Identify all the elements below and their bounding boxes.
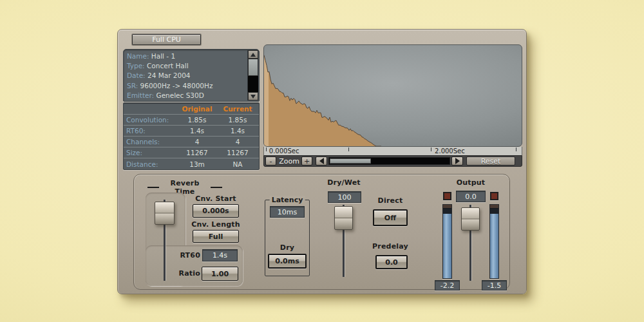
info-field-value: Hall - 1 — [149, 52, 176, 60]
row-label: Distance: — [124, 160, 176, 168]
meter-level-fill — [490, 214, 498, 278]
info-field-label: Date: — [127, 71, 146, 79]
output-fader-handle[interactable] — [461, 207, 480, 231]
predelay-value[interactable]: 0.0 — [375, 255, 408, 269]
original-value: 11267 — [176, 149, 218, 156]
info-field-label: SR: — [127, 82, 138, 90]
time-tick — [266, 147, 267, 151]
waveform-scrollbar-track[interactable] — [328, 157, 450, 165]
time-tick — [348, 147, 349, 151]
original-value: 13m — [176, 160, 218, 168]
time-tick — [516, 147, 516, 151]
info-field: Name: Hall - 1 — [127, 52, 246, 61]
info-field: Date: 24 Mar 2004 — [127, 71, 246, 80]
meter-readout-right[interactable]: -1.5 — [482, 280, 507, 290]
reset-button[interactable]: Reset — [466, 156, 515, 166]
dry-wet-value-display[interactable]: 100 — [328, 191, 361, 203]
zoom-label: Zoom — [278, 156, 301, 166]
waveform-section: 0.000Sec2.000Sec - Zoom + Reset — [263, 44, 522, 167]
info-field-label: Emitter: — [127, 91, 154, 99]
dry-label: Dry — [265, 243, 310, 252]
table-row: Size:1126711267 — [124, 147, 259, 158]
ratio-value[interactable]: 1.00 — [202, 267, 238, 281]
waveform-scrollbar-thumb[interactable] — [330, 158, 371, 164]
cnv-start-label: Cnv. Start — [190, 194, 242, 203]
table-row: Channels:44 — [124, 136, 259, 147]
direct-label: Direct — [373, 196, 408, 205]
meter-readout-left[interactable]: -2.2 — [435, 280, 460, 290]
title-dash-left — [147, 187, 159, 188]
zoom-bar: - Zoom + Reset — [263, 155, 522, 167]
cnv-start-value[interactable]: 0.000s — [193, 204, 239, 218]
column-header: Original — [176, 105, 218, 113]
scroll-up-button[interactable] — [248, 50, 258, 59]
predelay-label: Predelay — [370, 242, 410, 251]
ratio-label: Ratio — [176, 269, 200, 278]
info-field-value: 96000Hz -> 48000Hz — [138, 82, 213, 90]
info-field-label: Name: — [127, 52, 149, 60]
dry-wet-label: Dry/Wet — [323, 178, 365, 187]
zoom-in-button[interactable]: + — [301, 156, 312, 166]
original-value: 4 — [176, 138, 218, 146]
info-scrollbar[interactable] — [247, 50, 258, 100]
info-field-value: Concert Hall — [145, 62, 189, 70]
row-label: Channels: — [124, 138, 176, 146]
original-value: 1.85s — [176, 116, 218, 124]
info-field-value: 24 Mar 2004 — [146, 71, 191, 79]
time-ruler: 0.000Sec2.000Sec — [263, 147, 522, 155]
arrow-down-icon — [251, 95, 256, 99]
info-field-value: Genelec S30D — [154, 91, 204, 99]
scroll-left-button[interactable] — [316, 156, 327, 166]
plugin-window: Full CPU Name: Hall - 1Type: Concert Hal… — [117, 29, 527, 294]
reverb-time-fader-handle[interactable] — [155, 202, 175, 225]
scroll-right-button[interactable] — [451, 156, 463, 166]
direct-toggle-button[interactable]: Off — [373, 209, 408, 226]
meter-headroom-segment — [490, 209, 498, 213]
latency-label: Latency — [270, 196, 305, 204]
clip-indicator-right[interactable] — [490, 192, 498, 200]
info-scrollbar-track[interactable] — [248, 59, 258, 92]
time-label: 0.000Sec — [269, 147, 299, 155]
latency-value-display[interactable]: 10ms — [270, 206, 305, 218]
arrow-up-icon — [251, 53, 256, 57]
cnv-length-value[interactable]: Full — [193, 230, 239, 243]
zoom-out-button[interactable]: - — [265, 156, 276, 166]
decay-envelope — [264, 45, 522, 146]
time-tick — [431, 147, 431, 151]
info-field: Emitter: Genelec S30D — [127, 91, 246, 100]
table-header-row: OriginalCurrent — [124, 103, 259, 114]
info-field-label: Type: — [127, 62, 145, 70]
table-row: Distance:13mNA — [124, 158, 259, 169]
clip-indicator-left[interactable] — [443, 192, 451, 200]
output-meter-left — [442, 204, 452, 279]
impulse-response-display — [263, 44, 522, 147]
current-value: 1.85s — [218, 116, 258, 124]
scroll-down-button[interactable] — [248, 92, 258, 100]
rt60-label: RT60 — [177, 251, 200, 260]
row-label: Size: — [124, 149, 176, 156]
table-row: Convolution:1.85s1.85s — [124, 114, 259, 125]
cnv-length-label: Cnv. Length — [187, 220, 244, 229]
info-field: SR: 96000Hz -> 48000Hz — [127, 81, 246, 91]
current-value: 11267 — [218, 149, 258, 156]
title-dash-right — [211, 187, 222, 188]
dry-latency-value[interactable]: 0.0ms — [268, 254, 307, 269]
info-scrollbar-thumb[interactable] — [248, 59, 258, 76]
arrow-left-icon — [319, 158, 324, 164]
output-meter-right — [489, 204, 499, 279]
row-label: RT60: — [124, 127, 176, 135]
current-value: 1.4s — [218, 127, 258, 135]
dry-wet-fader-handle[interactable] — [334, 206, 353, 230]
row-label: Convolution: — [124, 116, 176, 124]
output-gain-display[interactable]: 0.0 — [456, 191, 486, 202]
column-header: Current — [218, 105, 258, 113]
full-cpu-button[interactable]: Full CPU — [132, 34, 201, 45]
arrow-right-icon — [455, 158, 460, 164]
info-field: Type: Concert Hall — [127, 61, 246, 71]
current-value: NA — [218, 160, 258, 168]
original-value: 1.4s — [176, 127, 218, 135]
meter-headroom-segment — [443, 209, 451, 213]
ir-info-list: Name: Hall - 1Type: Concert HallDate: 24… — [127, 52, 246, 100]
rt60-value-display[interactable]: 1.4s — [202, 249, 238, 261]
output-label: Output — [453, 178, 489, 187]
